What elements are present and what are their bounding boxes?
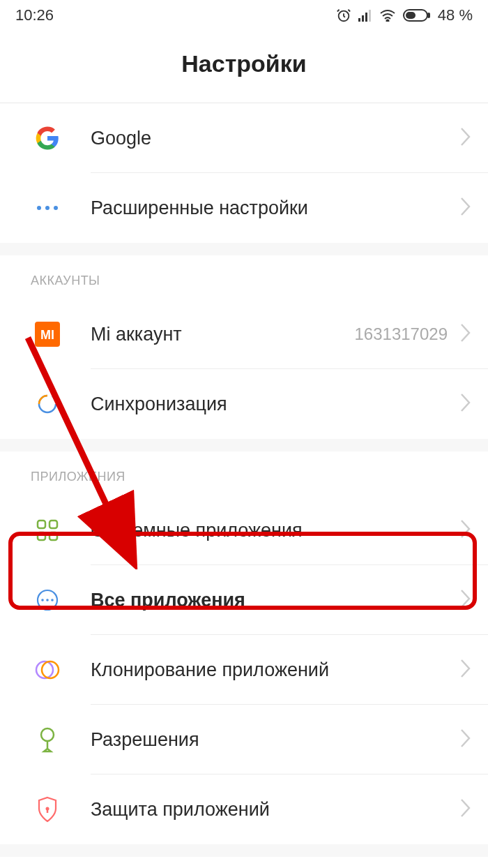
settings-item-all-apps[interactable]: Все приложения: [0, 565, 488, 635]
dots-icon: [31, 191, 64, 225]
google-icon: [31, 121, 64, 155]
page-header: Настройки: [0, 31, 488, 103]
svg-text:MI: MI: [40, 328, 54, 342]
item-label: Разрешения: [91, 729, 460, 751]
settings-item-mi-account[interactable]: MI Mi аккаунт 1631317029: [0, 299, 488, 369]
svg-rect-17: [49, 532, 57, 540]
page-title: Настройки: [0, 50, 488, 77]
item-label: Защита приложений: [91, 799, 460, 821]
svg-point-20: [46, 599, 49, 601]
chevron-right-icon: [460, 519, 471, 541]
status-bar: 10:26 48 %: [0, 0, 488, 31]
item-label: Синхронизация: [91, 394, 460, 415]
chevron-right-icon: [460, 127, 471, 149]
battery-icon: [403, 9, 431, 22]
chevron-right-icon: [460, 659, 471, 681]
item-value: 1631317029: [355, 324, 448, 344]
battery-text: 48 %: [438, 6, 473, 24]
item-label: Google: [91, 128, 460, 149]
section-spacer: [0, 243, 488, 255]
svg-point-19: [41, 599, 44, 601]
settings-item-google[interactable]: Google: [0, 103, 488, 173]
sync-icon: [31, 387, 64, 421]
chevron-right-icon: [460, 728, 471, 751]
svg-rect-3: [365, 13, 367, 22]
chevron-right-icon: [460, 798, 471, 821]
svg-point-9: [37, 206, 41, 210]
chevron-right-icon: [460, 197, 471, 219]
mi-icon: MI: [31, 317, 64, 351]
svg-point-25: [46, 807, 49, 811]
svg-rect-4: [369, 10, 371, 22]
svg-rect-2: [362, 15, 364, 22]
section-header-apps: ПРИЛОЖЕНИЯ: [0, 451, 488, 495]
section-spacer: [0, 439, 488, 451]
status-right: 48 %: [336, 6, 473, 24]
svg-rect-8: [406, 12, 415, 19]
settings-item-system-apps[interactable]: Системные приложения: [0, 495, 488, 565]
svg-rect-1: [358, 18, 360, 22]
svg-point-10: [45, 206, 49, 210]
settings-item-app-lock[interactable]: Защита приложений: [0, 775, 488, 844]
shield-lock-icon: [31, 793, 64, 826]
wifi-icon: [379, 9, 396, 22]
item-label: Системные приложения: [91, 520, 460, 541]
chevron-right-icon: [460, 393, 471, 415]
item-label: Все приложения: [91, 590, 460, 611]
item-label: Клонирование приложений: [91, 659, 460, 681]
svg-rect-16: [38, 532, 45, 540]
permissions-icon: [31, 723, 64, 756]
svg-rect-14: [38, 521, 45, 528]
settings-item-permissions[interactable]: Разрешения: [0, 705, 488, 775]
clone-icon: [31, 653, 64, 687]
apps-grid-icon: [31, 514, 64, 547]
chevron-right-icon: [460, 323, 471, 345]
settings-item-report[interactable]: Отчет: [0, 857, 488, 868]
alarm-icon: [336, 8, 351, 23]
svg-point-21: [51, 599, 54, 601]
settings-item-clone-apps[interactable]: Клонирование приложений: [0, 635, 488, 705]
item-label: Расширенные настройки: [91, 197, 460, 219]
settings-item-sync[interactable]: Синхронизация: [0, 369, 488, 439]
status-time: 10:26: [15, 6, 54, 24]
svg-rect-7: [427, 13, 430, 18]
svg-point-11: [54, 206, 58, 210]
settings-item-advanced[interactable]: Расширенные настройки: [0, 173, 488, 243]
svg-rect-15: [49, 521, 57, 528]
item-label: Mi аккаунт: [91, 324, 355, 345]
section-spacer: [0, 844, 488, 857]
section-header-accounts: АККАУНТЫ: [0, 255, 488, 299]
svg-point-5: [386, 20, 388, 22]
svg-point-24: [41, 728, 54, 741]
chevron-right-icon: [460, 589, 471, 611]
more-circle-icon: [31, 583, 64, 617]
signal-icon: [358, 9, 372, 22]
